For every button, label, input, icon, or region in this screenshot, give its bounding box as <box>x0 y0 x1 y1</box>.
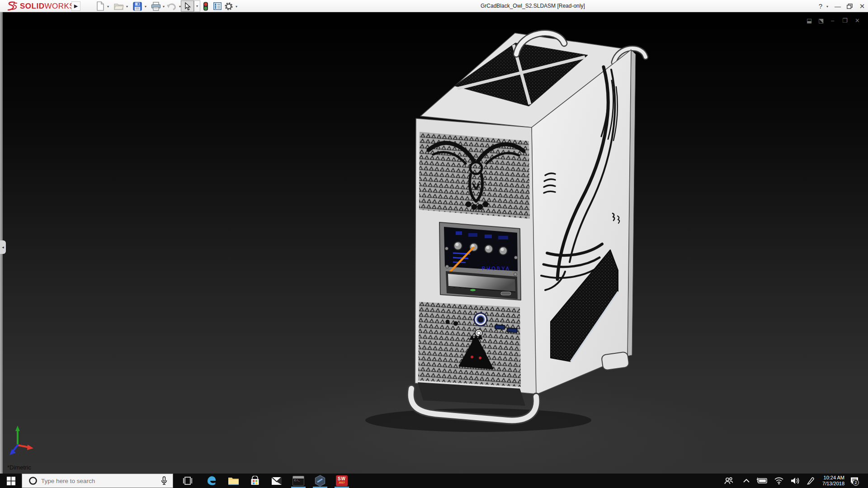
phobya-brand-text: PHOBYA <box>482 266 510 271</box>
display-pane-button[interactable] <box>213 1 222 11</box>
open-folder-icon <box>114 2 124 10</box>
document-title: GrCadBlack_Owl_S2.SLDASM [Read-only] <box>481 0 585 12</box>
edge-icon <box>206 475 217 486</box>
select-cursor-icon <box>184 2 191 10</box>
battery-button[interactable] <box>754 474 770 488</box>
dvd-led <box>470 289 476 291</box>
save-button[interactable] <box>132 1 143 11</box>
model-canvas[interactable]: PHOBYA <box>0 12 868 474</box>
pc-case-model[interactable]: PHOBYA <box>411 33 646 420</box>
volume-icon <box>791 477 800 484</box>
task-view-button[interactable] <box>178 474 198 488</box>
graphics-viewport[interactable]: ◂ ⬓ ⬔ – ❐ ✕ <box>0 12 868 474</box>
close-button[interactable]: ✕ <box>857 0 867 12</box>
save-floppy-icon <box>133 2 142 11</box>
volume-button[interactable] <box>788 474 803 488</box>
undo-arrow-icon <box>166 2 176 10</box>
select-caret[interactable]: ▾ <box>194 0 200 12</box>
clock-time: 10:24 AM <box>814 475 844 481</box>
microsoft-store-icon <box>250 476 260 486</box>
restore-icon <box>847 4 853 9</box>
brand-wordmark: SOLIDWORKS <box>20 2 75 11</box>
task-view-icon <box>183 477 192 485</box>
mail-button[interactable] <box>267 474 287 488</box>
notification-badge: 2 <box>853 479 859 486</box>
undo-button[interactable] <box>165 1 177 11</box>
start-button[interactable] <box>0 474 22 488</box>
options-button[interactable] <box>224 1 234 11</box>
new-caret[interactable]: ▾ <box>107 5 109 9</box>
command-prompt-button[interactable]: C:\_ <box>288 474 308 488</box>
orientation-triad[interactable] <box>9 426 33 455</box>
restore-button[interactable] <box>844 0 854 12</box>
help-caret[interactable]: ▾ <box>826 5 828 9</box>
view-orientation-label: *Dimetric <box>7 464 31 471</box>
file-explorer-icon <box>228 476 239 485</box>
taskbar-search[interactable] <box>22 474 173 488</box>
solidworks-logo: SOLIDWORKS <box>5 0 75 12</box>
titlebar: SOLIDWORKS ▶ ▾ ▾ ▾ ▾ <box>0 0 868 12</box>
windows-logo-icon <box>7 477 15 485</box>
people-icon <box>724 477 733 485</box>
file-explorer-button[interactable] <box>223 474 243 488</box>
traffic-light-icon <box>203 2 208 11</box>
edge-button[interactable] <box>202 474 222 488</box>
options-caret[interactable]: ▾ <box>236 5 237 9</box>
mail-icon <box>271 477 282 485</box>
power-button[interactable] <box>474 313 487 326</box>
store-button[interactable] <box>245 474 265 488</box>
search-input[interactable] <box>41 478 161 484</box>
wifi-icon <box>774 477 783 484</box>
open-button[interactable] <box>113 1 125 11</box>
print-caret[interactable]: ▾ <box>163 5 165 9</box>
taskbar-clock[interactable]: 10:24 AM 7/13/2018 <box>814 474 844 488</box>
printer-icon <box>151 2 161 11</box>
wifi-button[interactable] <box>771 474 787 488</box>
performance-evaluation-button[interactable] <box>202 1 210 11</box>
rear-foot <box>601 352 629 371</box>
people-button[interactable] <box>722 474 736 488</box>
tray-overflow-button[interactable] <box>740 474 753 488</box>
gear-icon <box>224 2 233 11</box>
solidworks-logo-icon <box>5 1 18 12</box>
windows-taskbar: C:\_ SW 2017 <box>0 474 868 488</box>
chevron-up-icon <box>743 479 750 483</box>
select-tool-button[interactable] <box>181 0 194 12</box>
dvd-eject-button[interactable] <box>501 292 511 295</box>
new-document-button[interactable] <box>95 1 106 11</box>
flyout-expand-button[interactable]: ▶ <box>71 1 80 11</box>
battery-charging-icon <box>757 478 768 484</box>
hexagon-app-icon <box>315 475 326 487</box>
command-prompt-icon: C:\_ <box>292 476 304 486</box>
open-caret[interactable]: ▾ <box>126 5 128 9</box>
minimize-button[interactable]: — <box>833 0 842 12</box>
solidworks-app-icon: SW 2017 <box>336 475 348 486</box>
cortana-circle-icon <box>28 476 38 485</box>
list-pane-icon <box>213 2 222 10</box>
clock-date: 7/13/2018 <box>814 481 844 487</box>
help-button[interactable]: ? <box>816 0 825 12</box>
solidworks-taskbar-button[interactable]: SW 2017 <box>332 474 352 488</box>
microphone-icon[interactable] <box>161 476 167 485</box>
save-caret[interactable]: ▾ <box>145 5 146 9</box>
new-document-icon <box>96 1 104 11</box>
print-button[interactable] <box>151 1 161 11</box>
hexagon-app-button[interactable] <box>310 474 330 488</box>
